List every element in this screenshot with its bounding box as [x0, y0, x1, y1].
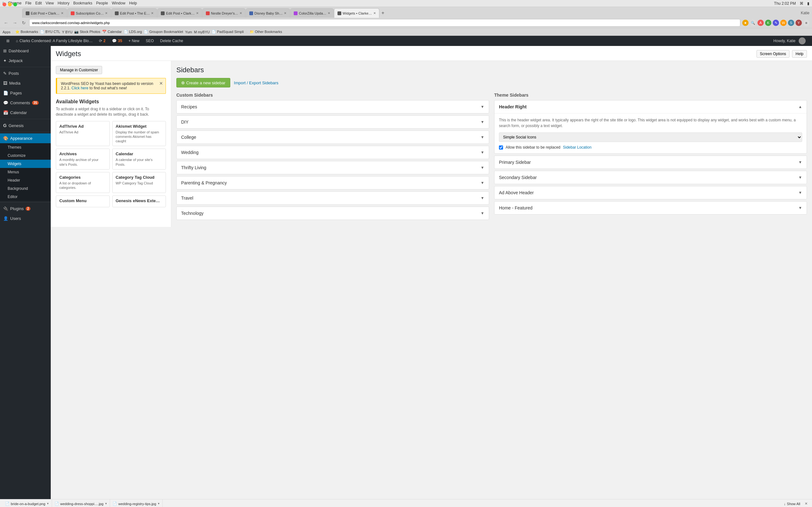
- widget-category-tag-cloud[interactable]: Category Tag Cloud WP Category Tag Cloud: [112, 172, 166, 193]
- bookmarks-menu[interactable]: Bookmarks: [73, 1, 92, 6]
- edit-menu[interactable]: Edit: [35, 1, 42, 6]
- browser-tab-t8[interactable]: Widgets • Clarke… ✕: [334, 8, 379, 18]
- reload-btn[interactable]: ↻: [20, 19, 27, 26]
- sidebar-item-header[interactable]: Header: [0, 176, 51, 184]
- widget-calendar[interactable]: Calendar A calendar of your site's Posts…: [112, 149, 166, 170]
- bookmark-bookmarks[interactable]: ⭐ Bookmarks: [15, 30, 38, 34]
- tab-close-btn[interactable]: ✕: [151, 11, 154, 15]
- help-btn[interactable]: Help: [792, 50, 807, 58]
- browser-tab-t3[interactable]: Edit Post • The E… ✕: [111, 8, 157, 18]
- download-chevron-icon[interactable]: ▼: [157, 502, 160, 505]
- ext-icon3[interactable]: W: [780, 20, 786, 26]
- search-icon[interactable]: 🔍: [750, 20, 756, 26]
- tab-close-btn[interactable]: ✕: [105, 11, 107, 15]
- sidebar-item-appearance[interactable]: 🎨 Appearance: [0, 133, 51, 143]
- widget-categories[interactable]: Categories A list or dropdown of categor…: [56, 172, 110, 193]
- ext-icon4[interactable]: S: [788, 20, 794, 26]
- allow-replace-checkbox[interactable]: [499, 146, 503, 150]
- wp-logo-btn[interactable]: ⊞: [3, 36, 13, 46]
- file-menu[interactable]: File: [26, 1, 32, 6]
- download-item-1[interactable]: 📄 bride-on-a-budget.png ▼: [3, 499, 52, 507]
- wp-new-btn[interactable]: + New: [125, 36, 142, 46]
- widget-akismet[interactable]: Akismet Widget Display the number of spa…: [112, 121, 166, 147]
- sidebar-item-widgets[interactable]: Widgets: [0, 160, 51, 168]
- bookmark-groupon[interactable]: 📄 Groupon Bookmarklet: [144, 30, 183, 34]
- forward-btn[interactable]: →: [11, 19, 18, 26]
- people-menu[interactable]: People: [96, 1, 108, 6]
- sidebar-item-genesis[interactable]: G Genesis: [0, 120, 51, 130]
- close-downloads-btn[interactable]: ✕: [803, 502, 809, 506]
- tab-close-btn[interactable]: ✕: [196, 11, 199, 15]
- sidebar-row-secondary[interactable]: Secondary Sidebar ▼: [494, 171, 807, 184]
- show-all-btn[interactable]: ↓ Show All: [781, 502, 803, 506]
- wp-updates-btn[interactable]: ⟳ 2: [96, 36, 109, 46]
- sidebar-item-comments[interactable]: 💬 Comments 35: [0, 98, 51, 108]
- widget-archives[interactable]: Archives A monthly archive of your site'…: [56, 149, 110, 170]
- sidebar-item-editor[interactable]: Editor: [0, 193, 51, 201]
- browser-tab-t6[interactable]: Disney Baby Sh… ✕: [246, 8, 290, 18]
- browser-tab-t5[interactable]: Nestle Dreyer's… ✕: [202, 8, 246, 18]
- bookmark-lds[interactable]: 📄 LDS.org: [124, 30, 142, 34]
- sidebar-item-jetpack[interactable]: ✦ Jetpack: [0, 56, 51, 66]
- ext-icon2[interactable]: ✎: [773, 20, 779, 26]
- sidebar-item-users[interactable]: 👤 Users: [0, 214, 51, 223]
- sidebar-item-dashboard[interactable]: ⊞ Dashboard: [0, 46, 51, 56]
- wp-comments-btn[interactable]: 💬 35: [109, 36, 125, 46]
- sidebar-row-parenting[interactable]: Parenting & Pregnancy ▼: [176, 176, 489, 189]
- sidebar-row-college[interactable]: College ▼: [176, 130, 489, 144]
- browser-tab-t1[interactable]: Edit Post • Clark… ✕: [22, 8, 67, 18]
- ac-icon[interactable]: A: [757, 20, 764, 26]
- browser-tab-t7[interactable]: ColorZilla Upda… ✕: [290, 8, 334, 18]
- sidebar-row-primary[interactable]: Primary Sidebar ▼: [494, 156, 807, 169]
- ext-icon5[interactable]: Y: [796, 20, 802, 26]
- sidebar-expanded-header[interactable]: Header Right ▲: [495, 101, 807, 113]
- widget-genesis-enews[interactable]: Genesis eNews Exte…: [112, 195, 166, 207]
- bookmark-calendar[interactable]: 📅 Calendar: [102, 30, 122, 34]
- widget-custom-menu[interactable]: Custom Menu: [56, 195, 110, 207]
- menu-btn[interactable]: ≡: [803, 20, 809, 26]
- bookmark-other[interactable]: 📁 Other Bookmarks: [250, 30, 282, 34]
- tab-close-btn[interactable]: ✕: [61, 11, 63, 15]
- tab-close-btn[interactable]: ✕: [328, 11, 330, 15]
- browser-tab-t2[interactable]: Subscription Co… ✕: [67, 8, 111, 18]
- ext-icon1[interactable]: K: [765, 20, 771, 26]
- bookmark-padsquad[interactable]: 📄 PadSquad Simpli: [212, 30, 244, 34]
- bookmark-yum[interactable]: Yum: [185, 30, 192, 34]
- bookmark-byu-ctl[interactable]: 📄 BYU CTL: [40, 30, 60, 34]
- widget-select[interactable]: Simple Social Icons: [499, 132, 802, 142]
- new-tab-btn[interactable]: +: [380, 8, 386, 18]
- view-menu[interactable]: View: [46, 1, 54, 6]
- create-sidebar-btn[interactable]: ⊕ Create a new sidebar: [176, 78, 230, 88]
- bookmark-byu[interactable]: Y BYU: [62, 30, 72, 34]
- history-menu[interactable]: History: [58, 1, 69, 6]
- window-menu[interactable]: Window: [112, 1, 125, 6]
- widget-adthrive[interactable]: AdThrive Ad AdThrive Ad: [56, 121, 110, 147]
- tab-close-btn[interactable]: ✕: [373, 11, 376, 15]
- profile-name[interactable]: Katie: [801, 11, 809, 15]
- download-item-2[interactable]: 📄 wedding-dress-shoppi….jpg ▼: [52, 499, 110, 507]
- download-chevron-icon[interactable]: ▼: [47, 502, 49, 505]
- sidebar-row-diy[interactable]: DIY ▼: [176, 115, 489, 129]
- sidebar-location-link[interactable]: Sidebar Location: [563, 145, 592, 150]
- sidebar-item-pages[interactable]: 📄 Pages: [0, 88, 51, 98]
- tab-close-btn[interactable]: ✕: [240, 11, 242, 15]
- sidebar-row-travel[interactable]: Travel ▼: [176, 191, 489, 205]
- bookmark-apps[interactable]: Apps: [3, 30, 10, 34]
- address-input[interactable]: [29, 19, 740, 26]
- tab-close-btn[interactable]: ✕: [284, 11, 287, 15]
- bookmark-star-icon[interactable]: ★: [742, 20, 749, 26]
- sidebar-item-calendar[interactable]: 📅 Calendar: [0, 108, 51, 118]
- sidebar-item-themes[interactable]: Themes: [0, 143, 51, 152]
- sidebar-row-home-featured[interactable]: Home - Featured ▼: [494, 201, 807, 215]
- browser-tab-t4[interactable]: Edit Post • Clark… ✕: [157, 8, 202, 18]
- wp-seo-btn[interactable]: SEO: [142, 36, 157, 46]
- sidebar-row-technology[interactable]: Technology ▼: [176, 207, 489, 220]
- manage-customizer-btn[interactable]: Manage in Customizer: [56, 66, 102, 74]
- sidebar-item-menus[interactable]: Menus: [0, 168, 51, 176]
- bookmark-stock-photos[interactable]: 📷 Stock Photos: [74, 30, 100, 34]
- download-chevron-icon[interactable]: ▼: [105, 502, 107, 505]
- sidebar-item-plugins[interactable]: 🔌 Plugins 2: [0, 204, 51, 214]
- notification-close-btn[interactable]: ✕: [159, 81, 163, 86]
- sidebar-row-ad-above-header[interactable]: Ad Above Header ▼: [494, 186, 807, 199]
- wp-site-name[interactable]: ⌂ Clarks Condensed: A Family Lifestyle B…: [13, 36, 96, 46]
